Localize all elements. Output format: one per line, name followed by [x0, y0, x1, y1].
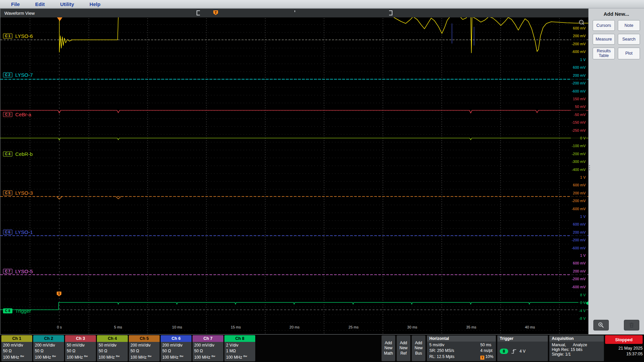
- plot-button[interactable]: Plot: [618, 48, 640, 59]
- acquisition-detail: High Res: 15 bits: [552, 347, 601, 352]
- waveform-plot[interactable]: T C 1 LYSO-6 C 2 LYSO-7 C 3 CeBr-a: [0, 17, 588, 334]
- zoom-mode-button[interactable]: [593, 320, 609, 330]
- trigger-panel-body: 8 4 V: [497, 342, 548, 361]
- channel-tag-c2[interactable]: C 2 LYSO-7: [3, 72, 33, 78]
- channel-tag-c6[interactable]: C 6 LYSO-1: [3, 229, 33, 235]
- menu-help[interactable]: Help: [83, 1, 107, 7]
- trigger-position-marker-icon[interactable]: [57, 17, 62, 21]
- bottom-bar-spacer: [256, 335, 380, 361]
- channel-box-header[interactable]: Ch 1: [1, 335, 32, 342]
- scale-labels-c2: 1 V 600 mV 200 mV -200 mV -600 mV: [571, 56, 586, 95]
- horizontal-panel-title: Horizontal: [427, 336, 496, 342]
- add-new-math-button[interactable]: Add New Math: [381, 335, 395, 361]
- channel-box-ch7[interactable]: Ch 7 200 mV/div 50 Ω 100 MHz Bw: [193, 335, 223, 361]
- scale-label: -8 V: [578, 315, 586, 322]
- channel-box-settings: 50 mV/div 50 Ω 100 MHz Bw: [65, 342, 96, 361]
- scale-label: 600 mV: [571, 221, 586, 228]
- channel-box-ch2[interactable]: Ch 2 200 mV/div 50 Ω 100 MHz Bw: [33, 335, 64, 361]
- channel-bandwidth: 100 MHz Bw: [194, 354, 222, 360]
- trigger-panel-title: Trigger: [497, 336, 548, 342]
- navigator-right-bracket-icon[interactable]: [389, 10, 392, 15]
- horizontal-panel-body: 5 ms/div 50 ms SR: 250 MS/s 4 ns/pt RL: …: [427, 342, 496, 361]
- run-status-block: Stopped 21 May 2025 15:37:05: [605, 335, 643, 361]
- panel-resize-handle[interactable]: [589, 165, 590, 170]
- channel-box-ch3[interactable]: Ch 3 50 mV/div 50 Ω 100 MHz Bw: [65, 335, 96, 361]
- search-button[interactable]: Search: [618, 34, 640, 45]
- scale-label: 1 V: [571, 174, 586, 181]
- channel-badge[interactable]: C 1: [3, 34, 12, 39]
- channel-tag-c1[interactable]: C 1 LYSO-6: [3, 33, 33, 39]
- channel-badge[interactable]: C 8: [3, 308, 12, 313]
- horizontal-panel[interactable]: Horizontal 5 ms/div 50 ms SR: 250 MS/s 4…: [427, 335, 496, 361]
- channel-box-ch5[interactable]: Ch 5 200 mV/div 50 Ω 100 MHz Bw: [129, 335, 160, 361]
- channel-box-header[interactable]: Ch 6: [161, 335, 192, 342]
- acquisition-analyze: Analyze: [573, 343, 587, 347]
- channel-bandwidth: 100 MHz Bw: [3, 354, 31, 360]
- scale-label: -200 mV: [571, 275, 586, 283]
- menu-edit[interactable]: Edit: [29, 1, 51, 7]
- run-stop-button[interactable]: Stopped: [605, 335, 643, 344]
- scale-label: 600 mV: [571, 64, 586, 71]
- add-new-ref-button[interactable]: Add New Ref: [396, 335, 411, 361]
- time-tick-label: 35 ms: [461, 325, 482, 329]
- channel-tag-c4[interactable]: C 4 CebR-b: [3, 151, 33, 157]
- channel-badge[interactable]: C 3: [3, 112, 12, 117]
- horizontal-scale: 5 ms/div: [429, 343, 476, 348]
- channel-tag-c5[interactable]: C 5 LYSO-3: [3, 190, 33, 196]
- cursors-button[interactable]: Cursors: [593, 20, 615, 31]
- channel-scale: 200 mV/div: [130, 343, 158, 348]
- scale-label: -600 mV: [571, 283, 586, 291]
- sidebar-title: Add New...: [589, 11, 644, 17]
- channel-badge[interactable]: C 6: [3, 230, 12, 235]
- channel-tag-c3[interactable]: C 3 CeBr-a: [3, 111, 31, 117]
- channel-badge[interactable]: C 2: [3, 72, 12, 77]
- acquisition-mode: Manual,: [552, 343, 566, 347]
- acquisition-panel-body: Manual, Analyze High Res: 15 bits Single…: [549, 342, 604, 361]
- channel-box-ch4[interactable]: Ch 4 50 mV/div 50 Ω 100 MHz Bw: [97, 335, 128, 361]
- acquisition-panel[interactable]: Acquisition Manual, Analyze High Res: 15…: [549, 335, 604, 361]
- measure-button[interactable]: Measure: [593, 34, 615, 45]
- traces-svg: [0, 17, 588, 334]
- scale-label: 200 mV: [571, 32, 586, 40]
- zoom-navigator[interactable]: T: [197, 10, 392, 15]
- note-button[interactable]: Note: [618, 20, 640, 31]
- channel-name: LYSO-5: [15, 268, 33, 274]
- scale-label: 600 mV: [571, 259, 586, 267]
- menu-utility[interactable]: Utility: [54, 1, 80, 7]
- navigator-trigger-marker[interactable]: T: [213, 10, 218, 15]
- channel-box-header[interactable]: Ch 4: [97, 335, 128, 342]
- scale-label: 200 mV: [571, 189, 586, 197]
- trigger-panel[interactable]: Trigger 8 4 V: [497, 335, 548, 361]
- channel-box-header[interactable]: Ch 7: [193, 335, 223, 342]
- scale-label: 600 mV: [571, 24, 586, 32]
- scale-labels-c3: 150 mV 50 mV -50 mV -150 mV -250 mV: [571, 95, 586, 134]
- channel-badge[interactable]: C 4: [3, 152, 12, 157]
- scale-label: 1 V: [571, 56, 586, 64]
- channel-name: LYSO-6: [15, 33, 33, 39]
- add-new-bus-button[interactable]: Add New Bus: [412, 335, 426, 361]
- menu-file[interactable]: File: [5, 1, 26, 7]
- channel-tag-c8[interactable]: C 8 Trigger: [3, 308, 31, 314]
- scale-labels-c8: 8 V 0 V -4 V -8 V: [578, 291, 586, 323]
- channel-bandwidth: 100 MHz Bw: [99, 354, 126, 360]
- channel-box-ch6[interactable]: Ch 6 200 mV/div 50 Ω 100 MHz Bw: [161, 335, 192, 361]
- channel-box-header[interactable]: Ch 2: [33, 335, 64, 342]
- channel-badge[interactable]: C 5: [3, 190, 12, 195]
- channel-scale: 50 mV/div: [99, 343, 126, 348]
- channel-box-settings: 200 mV/div 50 Ω 100 MHz Bw: [1, 342, 32, 361]
- channel-tag-c7[interactable]: C 7 LYSO-5: [3, 268, 33, 274]
- sidebar-bottom-actions: [589, 320, 644, 335]
- navigator-left-bracket-icon[interactable]: [197, 10, 200, 15]
- results-table-button[interactable]: Results Table: [593, 48, 615, 59]
- channel-bandwidth: 100 MHz Bw: [162, 354, 190, 360]
- channel-box-ch8[interactable]: Ch 8 2 V/div 1 MΩ 100 MHz Bw: [224, 335, 255, 361]
- time-tick-label: 5 ms: [107, 325, 129, 329]
- channel-badge[interactable]: C 7: [3, 269, 12, 274]
- channel-box-ch1[interactable]: Ch 1 200 mV/div 50 Ω 100 MHz Bw: [1, 335, 32, 361]
- channel-box-header[interactable]: Ch 3: [65, 335, 96, 342]
- channel-box-header[interactable]: Ch 8: [224, 335, 255, 342]
- waveform-panel: Waveform View T: [0, 8, 588, 335]
- delete-button[interactable]: [624, 320, 639, 330]
- channel-box-header[interactable]: Ch 5: [129, 335, 160, 342]
- datetime: 21 May 2025 15:37:05: [605, 346, 643, 357]
